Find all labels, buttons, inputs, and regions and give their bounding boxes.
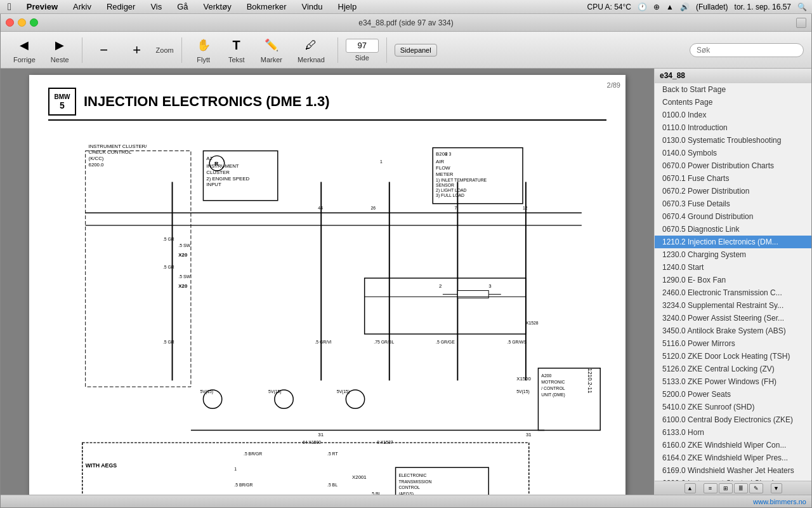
- menu-rediger[interactable]: Rediger: [104, 1, 138, 12]
- sidebar-item-29[interactable]: 6164.0 ZKE Windshield Wiper Pres...: [655, 451, 811, 464]
- menu-vis[interactable]: Vis: [148, 1, 164, 12]
- flytt-button[interactable]: ✋ Flytt: [190, 34, 218, 66]
- zoom-out-button[interactable]: −: [90, 39, 118, 62]
- sidebar-item-1[interactable]: Contents Page: [655, 96, 811, 109]
- sidebar-item-26[interactable]: 6100.0 Central Body Electronics (ZKE): [655, 413, 811, 426]
- svg-text:6200.0: 6200.0: [89, 162, 105, 168]
- list-view-button[interactable]: ≡: [704, 483, 717, 493]
- page-input[interactable]: [346, 39, 379, 53]
- sidebar-item-22[interactable]: 5126.0 ZKE Central Locking (ZV): [655, 363, 811, 375]
- sidebar-item-24[interactable]: 5200.0 Power Seats: [655, 388, 811, 401]
- tekst-button[interactable]: T Tekst: [223, 34, 251, 66]
- svg-point-58: [275, 390, 293, 408]
- sidebar: e34_88 Back to Start PageContents Page01…: [654, 69, 811, 495]
- separator-2: [181, 37, 182, 63]
- svg-text:X1528: X1528: [526, 321, 539, 325]
- flytt-label: Flytt: [197, 56, 210, 64]
- sidebar-item-8[interactable]: 0670.2 Power Distribution: [655, 185, 811, 197]
- edit-button[interactable]: ✎: [749, 483, 763, 493]
- sidebar-item-28[interactable]: 6160.0 ZKE Windshield Wiper Con...: [655, 439, 811, 451]
- sidebar-item-6[interactable]: 0670.0 Power Distribution Charts: [655, 159, 811, 172]
- svg-text:CONTROL: CONTROL: [398, 485, 420, 490]
- sidebar-item-2[interactable]: 0100.0 Index: [655, 109, 811, 121]
- search-input[interactable]: [690, 43, 804, 57]
- svg-text:.75 GR/BL: .75 GR/BL: [374, 340, 394, 344]
- scroll-up-button[interactable]: ▲: [684, 483, 696, 493]
- menu-preview[interactable]: Preview: [24, 1, 60, 12]
- svg-text:3: 3: [488, 283, 491, 289]
- menu-ga[interactable]: Gå: [174, 1, 190, 12]
- detail-view-button[interactable]: ≣: [734, 483, 748, 493]
- menu-arkiv[interactable]: Arkiv: [70, 1, 94, 12]
- svg-text:.5 SW: .5 SW: [178, 243, 190, 248]
- sidebar-item-5[interactable]: 0140.0 Symbols: [655, 147, 811, 159]
- svg-text:MOTRONIC: MOTRONIC: [541, 380, 565, 384]
- sidebar-item-0[interactable]: Back to Start Page: [655, 83, 811, 96]
- scroll-down-button[interactable]: ▼: [771, 483, 782, 493]
- svg-text:SENSOR: SENSOR: [436, 183, 454, 187]
- menu-bokmerker[interactable]: Bokmerker: [244, 1, 289, 12]
- svg-text:WITH AEGS: WITH AEGS: [86, 462, 117, 469]
- menu-vindu[interactable]: Vindu: [299, 1, 325, 12]
- sidebar-item-15[interactable]: 1290.0 E- Box Fan: [655, 274, 811, 286]
- close-button[interactable]: [6, 18, 14, 27]
- sidebar-list[interactable]: Back to Start PageContents Page0100.0 In…: [655, 83, 811, 481]
- zoom-out-icon: −: [95, 41, 113, 59]
- svg-text:AIR: AIR: [436, 159, 444, 164]
- sidebar-item-23[interactable]: 5133.0 ZKE Power Windows (FH): [655, 375, 811, 388]
- sidebar-item-14[interactable]: 1240.0 Start: [655, 261, 811, 274]
- sidebar-item-7[interactable]: 0670.1 Fuse Charts: [655, 172, 811, 185]
- grid-view-button[interactable]: ⊞: [719, 483, 733, 493]
- svg-text:1) INLET TEMPERATURE: 1) INLET TEMPERATURE: [436, 178, 487, 183]
- sidebar-item-27[interactable]: 6133.0 Horn: [655, 426, 811, 439]
- sidebar-item-17[interactable]: 3234.0 Supplemental Restraint Sy...: [655, 299, 811, 312]
- sidebar-item-9[interactable]: 0670.3 Fuse Details: [655, 197, 811, 210]
- svg-text:UNIT (DME): UNIT (DME): [541, 392, 565, 398]
- fullscreen-button[interactable]: [796, 18, 806, 28]
- neste-button[interactable]: ▶ Neste: [46, 34, 74, 66]
- zoom-button[interactable]: [30, 18, 38, 27]
- svg-text:/ CONTROL: / CONTROL: [541, 386, 565, 391]
- website-link[interactable]: www.bimmers.no: [753, 498, 806, 505]
- marker-button[interactable]: ✏️ Marker: [256, 34, 287, 66]
- sidebar-item-18[interactable]: 3240.0 Power Assist Steering (Ser...: [655, 312, 811, 324]
- sidebar-item-10[interactable]: 0670.4 Ground Distribution: [655, 210, 811, 223]
- svg-text:R: R: [214, 161, 219, 167]
- sidebar-item-16[interactable]: 2460.0 Electronic Transmission C...: [655, 286, 811, 299]
- svg-text:.5 GR/WS: .5 GR/WS: [508, 340, 527, 344]
- sidebar-item-21[interactable]: 5120.0 ZKE Door Lock Heating (TSH): [655, 350, 811, 363]
- sidebar-item-20[interactable]: 5116.0 Power Mirrors: [655, 337, 811, 350]
- menu-verktoy[interactable]: Verktøy: [201, 1, 234, 12]
- sidebar-item-4[interactable]: 0130.0 Systematic Troubleshooting: [655, 134, 811, 147]
- sidebar-item-11[interactable]: 0670.5 Diagnostic Link: [655, 223, 811, 236]
- datetime: tor. 1. sep. 16.57: [735, 3, 791, 11]
- sidebar-item-3[interactable]: 0110.0 Introduction: [655, 121, 811, 134]
- minimize-button[interactable]: [18, 18, 26, 27]
- sidebar-item-12[interactable]: 1210.2 Injection Electronics (DM...: [655, 236, 811, 248]
- apple-menu[interactable]: : [5, 1, 14, 13]
- spotlight-icon[interactable]: 🔍: [797, 3, 807, 11]
- svg-point-59: [346, 390, 364, 408]
- sidebar-item-30[interactable]: 6169.0 Windshield Washer Jet Heaters: [655, 464, 811, 477]
- svg-text:.5 BL: .5 BL: [370, 491, 381, 495]
- sidepanel-button[interactable]: Sidepanel: [395, 44, 437, 57]
- svg-text:1210.2-11: 1210.2-11: [587, 368, 593, 394]
- zoom-in-button[interactable]: +: [123, 39, 151, 62]
- forrige-button[interactable]: ◀ Forrige: [8, 34, 41, 66]
- bluetooth-icon: ⊕: [653, 3, 660, 11]
- zoom-label: Zoom: [156, 46, 174, 54]
- main-area: 2/89 BMW 5 INJECTION ELECTRONICS (DME 1.…: [1, 69, 811, 495]
- sidebar-item-19[interactable]: 3450.0 Antilock Brake System (ABS): [655, 324, 811, 337]
- svg-text:7: 7: [454, 206, 457, 210]
- menubar:  Preview Arkiv Rediger Vis Gå Verktøy B…: [0, 0, 812, 14]
- forrige-label: Forrige: [13, 56, 36, 64]
- clock-icon: 🕐: [638, 3, 647, 11]
- titlebar: e34_88.pdf (side 97 av 334): [1, 14, 811, 32]
- pdf-viewer[interactable]: 2/89 BMW 5 INJECTION ELECTRONICS (DME 1.…: [1, 69, 654, 495]
- sidebar-item-13[interactable]: 1230.0 Charging System: [655, 248, 811, 261]
- menu-hjelp[interactable]: Hjelp: [336, 1, 360, 12]
- svg-text:2) ENGINE SPEED: 2) ENGINE SPEED: [206, 176, 249, 182]
- merknad-button[interactable]: 🖊 Merknad: [292, 34, 330, 66]
- svg-text:5V(15): 5V(15): [516, 389, 529, 394]
- sidebar-item-25[interactable]: 5410.0 ZKE Sunroof (SHD): [655, 401, 811, 413]
